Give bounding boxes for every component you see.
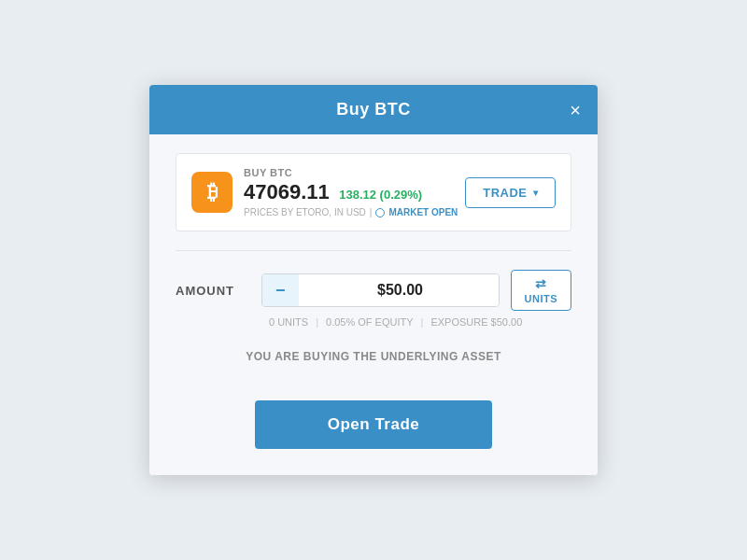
underlying-asset-message: YOU ARE BUYING THE UNDERLYING ASSET [176, 350, 571, 363]
close-button[interactable]: × [570, 101, 581, 119]
asset-label: BUY BTC [244, 167, 458, 178]
modal-header: Buy BTC × [149, 85, 598, 134]
equity-percent: 0.05% OF EQUITY [318, 316, 421, 328]
market-status: MARKET OPEN [388, 207, 458, 217]
modal-title: Buy BTC [336, 100, 411, 119]
modal-body: ₿ BUY BTC 47069.11 138.12 (0.29%) PRICES… [149, 134, 598, 475]
price-source: PRICES BY ETORO, IN USD [244, 207, 366, 217]
amount-sub-info: 0 UNITS | 0.05% OF EQUITY | EXPOSURE $50… [261, 316, 571, 328]
separator: | [370, 207, 373, 217]
btc-icon: ₿ [191, 172, 233, 213]
amount-label: AMOUNT [176, 284, 250, 298]
buy-btc-modal: Buy BTC × ₿ BUY BTC 47069.11 138.12 (0.2… [149, 85, 598, 475]
clock-icon [375, 208, 385, 217]
asset-row: ₿ BUY BTC 47069.11 138.12 (0.29%) PRICES… [176, 153, 571, 231]
chevron-down-icon: ▾ [533, 188, 539, 198]
price-row: 47069.11 138.12 (0.29%) [244, 180, 458, 204]
trade-label: TRADE [483, 186, 527, 200]
units-count: 0 UNITS [261, 316, 316, 328]
exposure-value: EXPOSURE $50.00 [423, 316, 529, 328]
open-trade-button[interactable]: Open Trade [255, 400, 492, 449]
units-toggle-button[interactable]: ⇄ UNITS [511, 270, 572, 311]
trade-dropdown-button[interactable]: TRADE ▾ [465, 177, 556, 208]
amount-controls: − + [261, 273, 500, 307]
amount-input[interactable] [299, 274, 500, 306]
swap-icon: ⇄ [535, 276, 547, 291]
units-label: UNITS [525, 293, 558, 304]
amount-decrease-button[interactable]: − [262, 274, 299, 306]
asset-info: ₿ BUY BTC 47069.11 138.12 (0.29%) PRICES… [191, 167, 458, 217]
divider [176, 250, 571, 251]
asset-details: BUY BTC 47069.11 138.12 (0.29%) PRICES B… [244, 167, 458, 217]
asset-meta: PRICES BY ETORO, IN USD | MARKET OPEN [244, 207, 458, 217]
asset-price: 47069.11 [244, 180, 330, 203]
amount-row: AMOUNT − + ⇄ UNITS [176, 270, 571, 311]
asset-change: 138.12 (0.29%) [339, 188, 422, 202]
btc-symbol: ₿ [207, 180, 218, 204]
